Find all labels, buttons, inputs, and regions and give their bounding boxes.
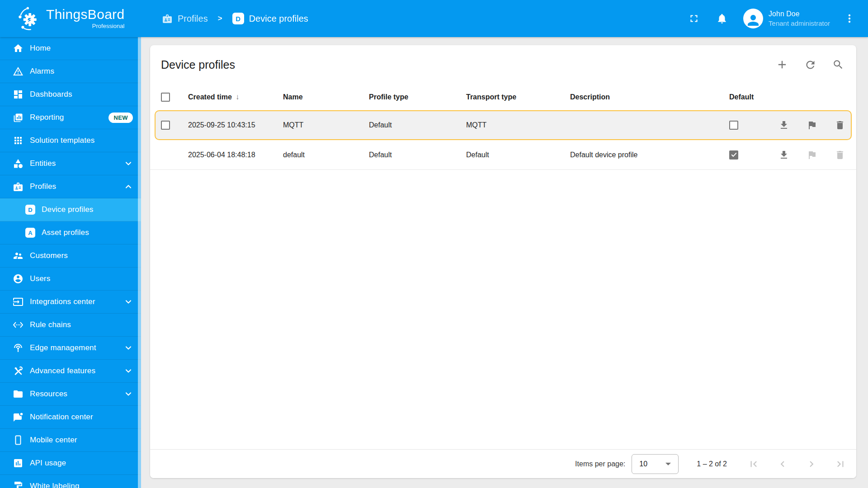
sidebar-item-alarms[interactable]: Alarms	[0, 60, 141, 83]
add-device-profile-button[interactable]	[776, 58, 788, 71]
app-logo[interactable]: ThingsBoard Professional	[0, 5, 141, 32]
set-default-profile-button	[807, 150, 817, 160]
set-default-profile-button[interactable]	[807, 120, 817, 131]
chevron-up-icon	[124, 182, 133, 191]
card-header: Device profiles	[150, 45, 856, 84]
last-page-button[interactable]	[835, 458, 846, 470]
table-row[interactable]: 2025-09-25 10:43:15 MQTT Default MQTT	[155, 110, 852, 140]
chevron-down-icon	[124, 297, 133, 306]
table-row[interactable]: 2025-06-04 18:48:18 default Default Defa…	[150, 140, 856, 170]
sidebar-item-asset-profiles[interactable]: A Asset profiles	[0, 221, 141, 244]
export-profile-button[interactable]	[778, 150, 789, 160]
breadcrumb-device-profiles-label: Device profiles	[249, 14, 308, 24]
flag-icon	[807, 120, 817, 131]
user-name: John Doe	[769, 9, 830, 19]
column-transport-type[interactable]: Transport type	[466, 93, 570, 101]
app-edition: Professional	[46, 23, 124, 29]
top-bar: ThingsBoard Professional Profiles > D De…	[0, 0, 868, 37]
row-checkbox[interactable]	[161, 121, 170, 130]
sidebar-item-edge-management[interactable]: Edge management	[0, 337, 141, 360]
notifications-button[interactable]	[714, 11, 730, 26]
items-per-page-select[interactable]: 10	[632, 454, 679, 474]
sidebar-item-device-profiles[interactable]: D Device profiles	[0, 198, 141, 221]
insert-chart-icon	[13, 458, 24, 469]
table-header-row: Created time ↓ Name Profile type Transpo…	[150, 84, 856, 110]
sort-desc-arrow-icon: ↓	[236, 93, 240, 102]
sidebar-item-advanced-features[interactable]: Advanced features	[0, 360, 141, 383]
format-paint-icon	[13, 481, 24, 488]
trash-icon	[835, 120, 845, 131]
user-menu[interactable]: John Doe Tenant administrator	[743, 9, 830, 28]
sidebar-item-rule-chains[interactable]: Rule chains	[0, 314, 141, 337]
sidebar-item-notification-center[interactable]: Notification center	[0, 406, 141, 429]
sidebar-item-api-usage[interactable]: API usage	[0, 452, 141, 475]
apps-grid-icon	[13, 135, 24, 146]
more-vert-icon	[844, 13, 855, 24]
chevron-down-icon	[124, 159, 133, 168]
sidebar-item-users[interactable]: Users	[0, 267, 141, 291]
flag-icon	[807, 150, 817, 160]
cell-profile-type: Default	[369, 121, 466, 129]
sidebar-item-solution-templates[interactable]: Solution templates	[0, 129, 141, 152]
column-default[interactable]: Default	[724, 93, 778, 101]
items-per-page-label: Items per page:	[575, 460, 625, 468]
trash-icon	[835, 150, 845, 160]
sidebar-item-integrations-center[interactable]: Integrations center	[0, 291, 141, 314]
device-profile-chip-icon: D	[232, 13, 244, 24]
thingsboard-gear-logo-icon	[16, 5, 42, 32]
warning-icon	[13, 66, 24, 77]
cell-name: MQTT	[283, 121, 369, 129]
column-created-time[interactable]: Created time ↓	[188, 93, 283, 102]
sidebar-scrollbar[interactable]	[138, 37, 141, 488]
previous-page-button[interactable]	[777, 458, 788, 470]
breadcrumb-profiles[interactable]: Profiles	[162, 13, 208, 24]
delete-profile-button[interactable]	[835, 120, 845, 131]
chevron-down-icon	[124, 366, 133, 375]
sidebar-item-white-labeling[interactable]: White labeling	[0, 475, 141, 488]
search-button[interactable]	[832, 58, 844, 71]
table-paginator: Items per page: 10 1 – 2 of 2	[150, 449, 856, 478]
cell-transport-type: MQTT	[466, 121, 570, 129]
next-page-button[interactable]	[806, 458, 817, 470]
sidebar-item-profiles[interactable]: Profiles	[0, 175, 141, 198]
search-icon	[832, 59, 844, 70]
fullscreen-button[interactable]	[686, 11, 702, 26]
cell-transport-type: Default	[466, 151, 570, 159]
settings-ethernet-icon	[13, 319, 24, 330]
default-checkbox[interactable]	[729, 121, 738, 130]
more-menu-button[interactable]	[842, 11, 857, 26]
export-profile-button[interactable]	[778, 120, 789, 131]
dashboard-icon	[13, 89, 24, 100]
download-icon	[778, 150, 789, 160]
report-chart-icon	[13, 112, 24, 123]
sidebar-item-reporting[interactable]: Reporting NEW	[0, 106, 141, 129]
select-all-checkbox[interactable]	[161, 93, 170, 102]
refresh-button[interactable]	[804, 58, 816, 71]
column-name[interactable]: Name	[283, 93, 369, 101]
smartphone-icon	[13, 435, 24, 446]
default-checkbox[interactable]	[729, 150, 738, 160]
badge-icon	[13, 181, 24, 192]
sidebar-item-entities[interactable]: Entities	[0, 152, 141, 175]
breadcrumb-device-profiles[interactable]: D Device profiles	[232, 13, 308, 24]
cell-profile-type: Default	[369, 151, 466, 159]
sidebar-item-home[interactable]: Home	[0, 37, 141, 60]
cell-created-time: 2025-06-04 18:48:18	[188, 151, 283, 159]
breadcrumb-separator: >	[218, 14, 222, 23]
cell-created-time: 2025-09-25 10:43:15	[188, 121, 283, 129]
cell-description: Default device profile	[570, 151, 724, 159]
check-icon	[731, 151, 737, 158]
page-range-label: 1 – 2 of 2	[697, 460, 727, 468]
fullscreen-icon	[688, 13, 700, 24]
sidebar-item-customers[interactable]: Customers	[0, 244, 141, 267]
column-profile-type[interactable]: Profile type	[369, 93, 466, 101]
column-description[interactable]: Description	[570, 93, 724, 101]
plus-icon	[776, 58, 788, 71]
main-content: Device profiles Created time ↓	[141, 37, 868, 488]
sidebar-item-dashboards[interactable]: Dashboards	[0, 83, 141, 106]
download-icon	[778, 120, 789, 131]
delete-profile-button	[835, 150, 845, 160]
first-page-button[interactable]	[748, 458, 760, 470]
sidebar-item-mobile-center[interactable]: Mobile center	[0, 429, 141, 452]
sidebar-item-resources[interactable]: Resources	[0, 383, 141, 406]
